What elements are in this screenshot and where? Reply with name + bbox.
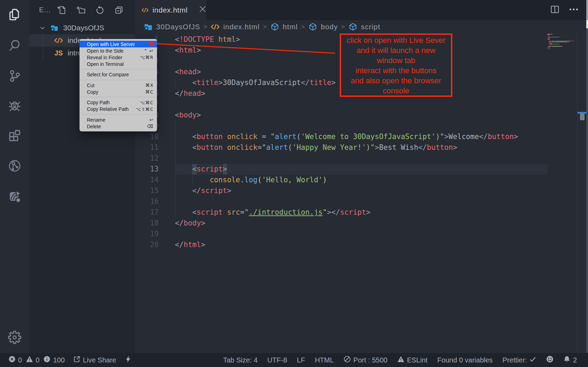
status-item-Prettier-[interactable]: Prettier: — [503, 355, 536, 365]
code-line-content — [175, 229, 548, 239]
indent-guide — [192, 175, 193, 185]
status-item-ESLint[interactable]: ESLint — [397, 355, 428, 365]
menu-item-open-in-terminal[interactable]: Open in Terminal — [80, 61, 157, 67]
sliver-bright-segment — [586, 20, 588, 27]
code-line-11[interactable]: 11 <button onclick="alert('Happy New Yea… — [135, 142, 588, 153]
code-token: < — [175, 68, 179, 76]
menu-item-shortcut: ⌥⇧⌘C — [136, 107, 153, 112]
menu-item-copy[interactable]: Copy⌘C — [80, 89, 157, 95]
activity-search-icon[interactable] — [7, 38, 22, 53]
minimap-line — [569, 41, 569, 42]
code-token: 'Welcome to 30DaysOfJavaScript' — [301, 132, 436, 141]
code-token: </ — [479, 132, 488, 141]
menu-item-cut[interactable]: Cut⌘X — [80, 82, 157, 89]
activity-bar — [0, 0, 29, 353]
status-bar: 00100Live Share Tab Size: 4UTF-8LFHTMLPo… — [0, 353, 588, 367]
new-file-icon[interactable] — [57, 5, 67, 15]
code-line-12[interactable]: 12 — [135, 153, 588, 164]
context-menu: Open with Live ServerOpen to the Side⌃ ↩… — [80, 39, 157, 131]
status-item-100[interactable]: 100 — [43, 355, 65, 365]
code-token: > — [201, 89, 205, 98]
breadcrumb-item-script[interactable]: script — [348, 22, 380, 32]
activity-manage-icon[interactable] — [7, 330, 22, 345]
breadcrumb-item-html[interactable]: html — [270, 22, 298, 32]
status-item-label: 100 — [53, 356, 65, 364]
status-item-smiley[interactable] — [546, 355, 553, 365]
code-line-9[interactable]: 9 — [135, 121, 588, 131]
code-line-16[interactable]: 16 — [135, 196, 588, 207]
code-token: </ — [175, 240, 184, 249]
menu-item-shortcut: ⌘C — [145, 89, 153, 94]
code-token: < — [192, 208, 196, 216]
code-token — [223, 143, 227, 152]
status-item-UTF-8[interactable]: UTF-8 — [267, 356, 287, 364]
code-line-15[interactable]: 15 </script> — [135, 185, 588, 196]
code-token — [175, 143, 193, 152]
activity-run-and-debug-icon[interactable] — [7, 99, 22, 113]
status-item-lightning[interactable] — [125, 355, 132, 365]
menu-item-rename[interactable]: Rename↩ — [80, 116, 157, 123]
collapse-all-icon[interactable] — [114, 5, 124, 15]
breadcrumb-separator: > — [203, 23, 207, 31]
menu-item-delete[interactable]: Delete⌫ — [80, 123, 157, 130]
activity-live-share-icon[interactable] — [7, 189, 22, 204]
status-item-HTML[interactable]: HTML — [315, 356, 334, 364]
code-line-19[interactable]: 19 — [135, 229, 588, 239]
new-folder-icon[interactable] — [76, 5, 86, 15]
menu-item-reveal-in-finder[interactable]: Reveal in Finder⌥⌘R — [80, 54, 157, 61]
status-item-Port-5500[interactable]: Port : 5500 — [344, 355, 387, 365]
status-item-LF[interactable]: LF — [297, 356, 305, 364]
code-line-13[interactable]: 13 <script> — [135, 164, 588, 175]
code-token: script — [201, 186, 227, 195]
code-line-10[interactable]: 10 <button onclick = "alert('Welcome to … — [135, 131, 588, 142]
tree-item-30DaysOfJS[interactable]: 30DaysOfJS — [29, 22, 135, 34]
activity-explorer-icon[interactable] — [7, 8, 22, 22]
status-item-0[interactable]: 0 — [26, 355, 39, 365]
code-token: " — [244, 208, 249, 216]
code-line-14[interactable]: 14 console.log('Hello, World') — [135, 175, 588, 185]
activity-extensions-icon[interactable] — [7, 129, 22, 143]
breadcrumb-label: body — [321, 23, 338, 31]
breadcrumb-item-30DaysOfJS[interactable]: 30DaysOfJS — [143, 22, 200, 32]
code-token: </ — [175, 89, 184, 98]
code-token: ) — [436, 132, 440, 141]
code-token: html — [183, 240, 201, 249]
activity-git-graph-icon[interactable] — [7, 159, 22, 173]
code-line-17[interactable]: 17 <script src="./introduction.js"></scr… — [135, 207, 588, 218]
status-item-Found-0-variables[interactable]: Found 0 variables — [437, 356, 493, 364]
line-number: 18 — [135, 218, 159, 229]
code-line-20[interactable]: 20</html> — [135, 239, 588, 250]
menu-item-select-for-compare[interactable]: Select for Compare — [80, 71, 157, 78]
code-line-8[interactable]: 8<body> — [135, 110, 588, 121]
minimap-line — [549, 39, 550, 40]
code-line-18[interactable]: 18</body> — [135, 218, 588, 229]
tab-close-icon[interactable] — [199, 5, 206, 15]
code-line-content: <body> — [175, 110, 548, 121]
tree-item-label: 30DaysOfJS — [63, 24, 104, 32]
minimap[interactable] — [548, 0, 577, 353]
explorer-header: E… — [29, 0, 135, 20]
menu-item-open-to-the-side[interactable]: Open to the Side⌃ ↩ — [80, 47, 157, 54]
minimap-line — [563, 41, 566, 42]
menu-item-open-with-live-server[interactable]: Open with Live Server — [80, 41, 157, 47]
line-number: 20 — [135, 239, 159, 250]
breadcrumb-item-index.html[interactable]: index.html — [210, 22, 259, 32]
explorer-title: E… — [39, 6, 51, 14]
activity-source-control-icon[interactable] — [7, 68, 22, 83]
sliver-top-segment — [586, 0, 588, 20]
code-token: = — [240, 208, 244, 216]
status-item-Tab-Size-4[interactable]: Tab Size: 4 — [223, 356, 258, 364]
breadcrumb-item-body[interactable]: body — [308, 22, 338, 32]
status-item-0[interactable]: 0 — [8, 355, 22, 365]
code-token: > — [197, 68, 201, 76]
status-item-2[interactable]: 2 — [563, 355, 577, 365]
status-item-label: 2 — [573, 356, 577, 364]
menu-item-copy-relative-path[interactable]: Copy Relative Path⌥⇧⌘C — [80, 106, 157, 113]
menu-separator — [80, 69, 157, 69]
code-line-7[interactable]: 7 — [135, 99, 588, 110]
refresh-icon[interactable] — [95, 5, 105, 15]
menu-item-copy-path[interactable]: Copy Path⌥⌘C — [80, 99, 157, 106]
tab-index.html[interactable]: index.html — [135, 0, 207, 20]
code-token: . — [240, 176, 244, 184]
status-item-Live Share[interactable]: Live Share — [73, 355, 116, 365]
